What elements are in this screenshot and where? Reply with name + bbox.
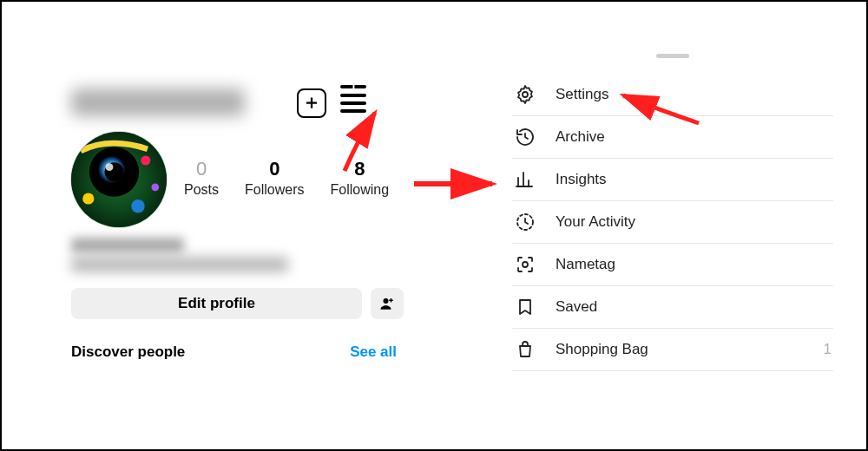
svg-point-4: [141, 156, 150, 166]
settings-gear-icon: [514, 83, 536, 106]
menu-label: Insights: [556, 171, 832, 188]
saved-bookmark-icon: [514, 296, 536, 318]
menu-label: Archive: [556, 128, 832, 146]
insights-bar-icon: [514, 168, 536, 191]
svg-point-3: [106, 163, 114, 171]
menu-label: Settings: [556, 86, 832, 103]
options-menu-panel: Settings Archive Insights Your Activity …: [512, 54, 833, 371]
svg-point-7: [151, 183, 159, 191]
see-all-link[interactable]: See all: [350, 343, 397, 361]
menu-item-archive[interactable]: Archive: [512, 116, 833, 159]
annotation-arrow-to-menu: [410, 167, 505, 201]
menu-item-saved[interactable]: Saved: [512, 286, 833, 329]
profile-avatar[interactable]: [71, 132, 167, 227]
edit-profile-button[interactable]: Edit profile: [71, 288, 362, 319]
archive-clock-icon: [514, 126, 536, 148]
stat-following[interactable]: 8 Following: [330, 158, 389, 198]
svg-point-9: [523, 92, 528, 97]
sheet-drag-handle[interactable]: [656, 54, 689, 58]
stat-posts[interactable]: 0 Posts: [184, 158, 219, 198]
nametag-scan-icon: [514, 253, 536, 276]
username-obscured: [71, 88, 245, 116]
menu-label: Your Activity: [556, 213, 832, 231]
menu-item-shopping[interactable]: Shopping Bag 1: [512, 329, 833, 371]
activity-clock-icon: [514, 211, 536, 233]
display-name-obscured: [71, 238, 184, 253]
menu-badge: 1: [340, 85, 366, 88]
svg-point-11: [523, 262, 528, 267]
menu-item-nametag[interactable]: Nametag: [512, 244, 833, 286]
stat-followers[interactable]: 0 Followers: [245, 158, 304, 198]
menu-label: Shopping Bag: [556, 341, 824, 358]
svg-point-8: [384, 298, 389, 304]
menu-label: Nametag: [556, 256, 832, 273]
discover-people-button[interactable]: [371, 288, 404, 319]
shopping-bag-icon: [514, 338, 536, 361]
create-post-button[interactable]: ＋: [297, 88, 326, 118]
menu-label: Saved: [556, 298, 832, 316]
menu-item-settings[interactable]: Settings: [512, 74, 833, 116]
svg-point-6: [131, 199, 144, 212]
svg-point-5: [82, 193, 94, 204]
profile-stats: 0 Posts 0 Followers 8 Following: [184, 158, 389, 198]
bio-obscured: [71, 257, 288, 272]
menu-item-insights[interactable]: Insights: [512, 159, 833, 201]
discover-people-title: Discover people: [71, 343, 185, 361]
menu-item-activity[interactable]: Your Activity: [512, 201, 833, 244]
hamburger-menu-button[interactable]: 1: [340, 94, 366, 113]
menu-trailing: 1: [824, 341, 832, 358]
